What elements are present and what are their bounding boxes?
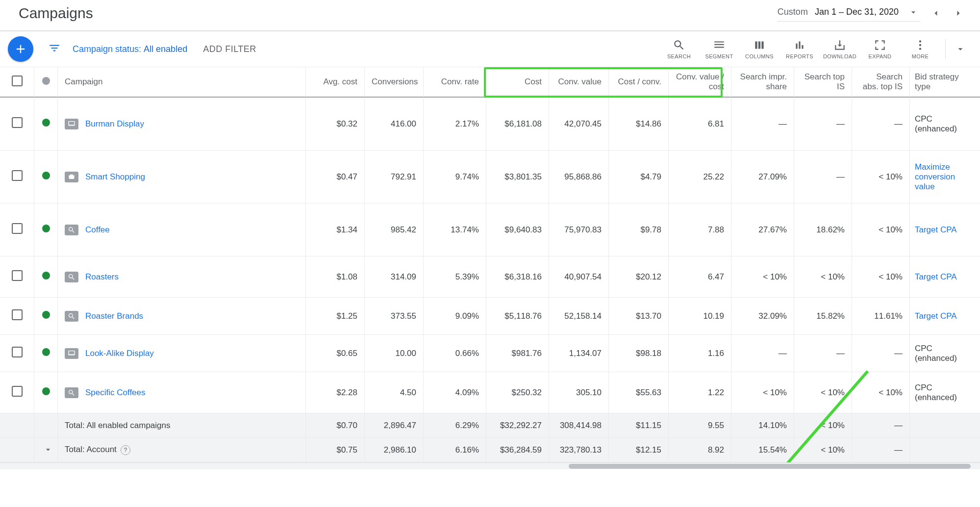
row-checkbox[interactable]	[12, 309, 23, 320]
campaign-status-filter[interactable]: Campaign status: All enabled	[73, 44, 187, 54]
campaign-name-link[interactable]: Coffee	[85, 225, 110, 234]
toolbar-reports[interactable]: REPORTS	[779, 39, 820, 59]
campaign-name-link[interactable]: Burman Display	[85, 119, 144, 128]
status-dot[interactable]	[42, 311, 50, 319]
cell-conversions: 10.00	[365, 335, 424, 372]
toolbar-segment[interactable]: SEGMENT	[699, 39, 739, 59]
cell-search-top-is: < 10%	[794, 372, 852, 413]
col-cost[interactable]: Cost	[486, 67, 549, 98]
cell-avg-cost: $1.08	[306, 256, 365, 298]
cell-cost-per-conv: $55.63	[609, 372, 669, 413]
campaign-name-link[interactable]: Smart Shopping	[85, 172, 145, 181]
status-dot[interactable]	[42, 387, 50, 395]
bid-strategy-link[interactable]: Target CPA	[915, 225, 957, 234]
add-button[interactable]	[8, 36, 33, 62]
row-checkbox[interactable]	[12, 223, 23, 234]
cell-cost-per-conv: $4.79	[609, 151, 669, 203]
campaign-type-display-icon	[65, 119, 78, 129]
cell-cost: $6,318.16	[486, 256, 549, 298]
status-dot[interactable]	[42, 172, 50, 179]
horizontal-scrollbar[interactable]	[0, 462, 980, 469]
col-conv-value-per-cost[interactable]: Conv. value / cost	[669, 67, 731, 98]
col-search-top-is[interactable]: Search top IS	[794, 67, 852, 98]
cell-search-impr-share: < 10%	[731, 256, 794, 298]
cell-conversions: 373.55	[365, 298, 424, 335]
cell-cost: $250.32	[486, 372, 549, 413]
add-filter-button[interactable]: ADD FILTER	[203, 44, 256, 54]
status-dot[interactable]	[42, 225, 50, 232]
bid-strategy-text: CPC (enhanced)	[915, 114, 957, 133]
campaign-type-display-icon	[65, 348, 78, 359]
col-bid-strategy[interactable]: Bid strategy type	[910, 67, 980, 98]
campaign-name-link[interactable]: Specific Coffees	[85, 388, 146, 397]
campaign-name-link[interactable]: Roaster Brands	[85, 311, 143, 321]
cell-conversions: 792.91	[365, 151, 424, 203]
cell-conversions: 4.50	[365, 372, 424, 413]
toolbar-columns[interactable]: COLUMNS	[739, 39, 779, 59]
row-checkbox[interactable]	[12, 170, 23, 181]
col-search-abs-top-is[interactable]: Search abs. top IS	[852, 67, 910, 98]
cell-conv-value-per-cost: 6.81	[669, 98, 731, 151]
date-next-button[interactable]	[952, 6, 965, 20]
cell-avg-cost: $0.47	[306, 151, 365, 203]
cell-conv-value-per-cost: 6.47	[669, 256, 731, 298]
bid-strategy-link[interactable]: Target CPA	[915, 272, 957, 281]
row-checkbox[interactable]	[12, 117, 23, 128]
row-checkbox[interactable]	[12, 270, 23, 281]
date-range[interactable]: Jan 1 – Dec 31, 2020	[815, 7, 902, 17]
bid-strategy-text: CPC (enhanced)	[915, 344, 957, 363]
status-header-dot[interactable]	[42, 77, 50, 85]
filter-icon[interactable]	[48, 42, 61, 56]
cell-conv-value-per-cost: 10.19	[669, 298, 731, 335]
expand-total-icon[interactable]	[41, 443, 55, 456]
col-conversions[interactable]: Conversions	[365, 67, 424, 98]
svg-rect-6	[69, 354, 75, 355]
campaign-type-search-icon	[65, 387, 78, 398]
date-prev-button[interactable]	[929, 6, 943, 20]
date-dropdown-icon[interactable]	[906, 5, 920, 19]
bid-strategy-link[interactable]: Target CPA	[915, 311, 957, 321]
status-dot[interactable]	[42, 348, 50, 356]
cell-search-top-is: —	[794, 151, 852, 203]
collapse-panel-button[interactable]	[951, 44, 970, 54]
toolbar-more[interactable]: MORE	[900, 39, 940, 59]
toolbar-expand[interactable]: EXPAND	[860, 39, 900, 59]
col-avg-cost[interactable]: Avg. cost	[306, 67, 365, 98]
row-checkbox[interactable]	[12, 347, 23, 357]
cell-cost-per-conv: $9.78	[609, 203, 669, 256]
select-all-checkbox[interactable]	[12, 76, 23, 86]
svg-point-0	[919, 40, 921, 42]
help-icon[interactable]: ?	[121, 445, 130, 455]
campaign-name-link[interactable]: Look-Alike Display	[85, 349, 154, 358]
status-dot[interactable]	[42, 119, 50, 127]
bid-strategy-link[interactable]: Maximize conversion value	[915, 162, 955, 191]
col-conv-rate[interactable]: Conv. rate	[424, 67, 486, 98]
cell-search-abs-top-is: < 10%	[852, 256, 910, 298]
status-dot[interactable]	[42, 272, 50, 279]
row-checkbox[interactable]	[12, 386, 23, 397]
cell-avg-cost: $0.65	[306, 335, 365, 372]
svg-point-1	[919, 44, 921, 46]
cell-conv-rate: 2.17%	[424, 98, 486, 151]
cell-search-top-is: 18.62%	[794, 203, 852, 256]
toolbar: Campaign status: All enabled ADD FILTER …	[0, 31, 980, 67]
cell-cost: $9,640.83	[486, 203, 549, 256]
cell-conv-value: 40,907.54	[549, 256, 609, 298]
cell-search-impr-share: < 10%	[731, 372, 794, 413]
col-cost-per-conv[interactable]: Cost / conv.	[609, 67, 669, 98]
cell-search-impr-share: 32.09%	[731, 298, 794, 335]
total-label: Total: All enabled campaigns	[65, 421, 170, 430]
col-conv-value[interactable]: Conv. value	[549, 67, 609, 98]
toolbar-download[interactable]: DOWNLOAD	[820, 39, 860, 59]
cell-conversions: 416.00	[365, 98, 424, 151]
campaign-name-link[interactable]: Roasters	[85, 272, 119, 281]
table-row: Look-Alike Display$0.6510.000.66%$981.76…	[0, 335, 980, 372]
bid-strategy-text: CPC (enhanced)	[915, 383, 957, 402]
toolbar-search[interactable]: SEARCH	[659, 39, 699, 59]
cell-conv-value: 75,970.83	[549, 203, 609, 256]
cell-cost-per-conv: $13.70	[609, 298, 669, 335]
col-search-impr-share[interactable]: Search impr. share	[731, 67, 794, 98]
col-campaign[interactable]: Campaign	[58, 67, 306, 98]
campaign-type-shopping-icon	[65, 172, 78, 182]
campaign-type-search-icon	[65, 311, 78, 322]
